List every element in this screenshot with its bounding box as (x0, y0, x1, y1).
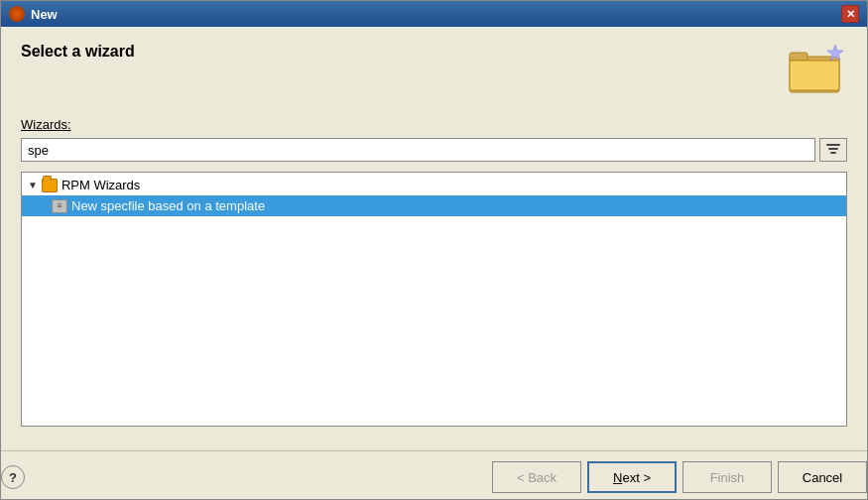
title-bar: New ✕ (1, 1, 867, 27)
app-icon (9, 6, 25, 22)
wizards-label: Wizards: (21, 117, 847, 132)
dialog-body: Select a wizard Wizards: (1, 27, 867, 446)
tree-expand-arrow: ▼ (28, 180, 38, 190)
svg-rect-4 (826, 144, 840, 146)
close-button[interactable]: ✕ (841, 5, 859, 23)
page-title: Select a wizard (21, 43, 135, 61)
cancel-button[interactable]: Cancel (778, 461, 867, 493)
tree-group-label: RPM Wizards (62, 178, 140, 192)
title-bar-left: New (9, 6, 58, 22)
new-wizard-dialog: New ✕ Select a wizard Wizard (0, 0, 868, 500)
dialog-footer: ? < Back Next > Finish Cancel (1, 450, 867, 499)
folder-svg-icon (788, 43, 847, 97)
next-label: Next > (613, 470, 651, 485)
svg-rect-2 (790, 61, 839, 90)
svg-rect-1 (790, 53, 807, 61)
tree-item-label: New specfile based on a template (71, 198, 265, 213)
next-button[interactable]: Next > (587, 461, 677, 493)
filter-icon (825, 142, 841, 158)
search-input[interactable] (21, 138, 815, 162)
finish-button[interactable]: Finish (682, 461, 772, 493)
tree-item[interactable]: New specfile based on a template (22, 195, 846, 216)
wizard-icon (788, 43, 847, 97)
search-row (21, 138, 847, 162)
wizard-tree[interactable]: ▼ RPM Wizards New specfile based on a te… (21, 172, 847, 427)
back-button[interactable]: < Back (492, 461, 581, 493)
dialog-title: New (31, 7, 58, 22)
tree-group-rpm: ▼ RPM Wizards New specfile based on a te… (22, 173, 846, 218)
dialog-header: Select a wizard (21, 43, 847, 97)
tree-group-header-rpm[interactable]: ▼ RPM Wizards (22, 175, 846, 195)
svg-rect-5 (828, 148, 838, 150)
svg-rect-6 (830, 152, 836, 154)
specfile-icon (52, 199, 67, 213)
search-filter-button[interactable] (819, 138, 847, 162)
folder-icon (42, 179, 58, 192)
footer-buttons: < Back Next > Finish Cancel (492, 461, 867, 493)
footer-left: ? (1, 465, 25, 489)
help-button[interactable]: ? (1, 465, 25, 489)
